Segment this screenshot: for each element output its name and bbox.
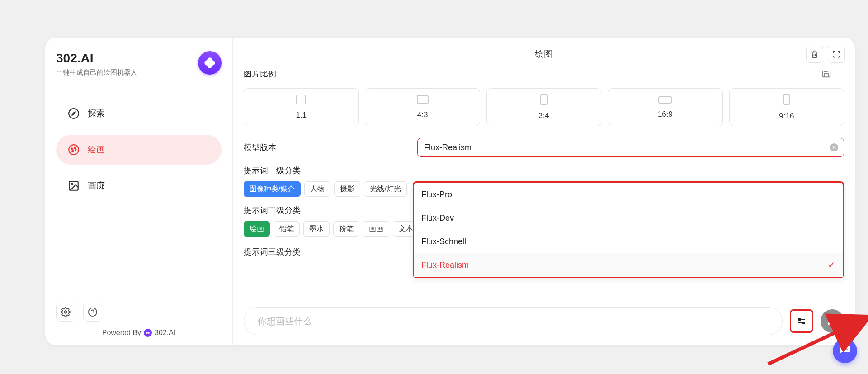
aspect-ratio-label: 图片比例: [244, 71, 844, 79]
nav-item-draw[interactable]: 绘画: [56, 135, 222, 165]
help-button[interactable]: [83, 303, 102, 322]
composer: [244, 307, 844, 335]
send-button[interactable]: [821, 309, 844, 333]
svg-point-16: [148, 332, 150, 334]
delete-button[interactable]: [806, 46, 823, 63]
expand-icon: [832, 50, 840, 58]
scroll-area[interactable]: 图片比例 1:1 4:3 3:4 16:9 9:16 模型版本 Flux-Rea…: [233, 71, 855, 345]
ratio-4-3[interactable]: 4:3: [365, 88, 480, 126]
svg-point-6: [69, 145, 79, 155]
ratio-shape-icon: [658, 96, 672, 104]
svg-rect-19: [799, 318, 801, 320]
prompt-input-wrapper: [244, 307, 783, 335]
nav-item-explore[interactable]: 探索: [56, 99, 222, 128]
chip-pencil[interactable]: 铅笔: [274, 221, 300, 237]
save-icon: [821, 71, 831, 78]
dropdown-item-flux-dev[interactable]: Flux-Dev: [414, 206, 843, 230]
chat-fab[interactable]: [833, 339, 857, 363]
check-icon: ✓: [828, 260, 835, 270]
ratio-shape-icon: [783, 94, 790, 105]
sidebar-footer: Powered By 302.AI: [56, 303, 222, 337]
chip-photography[interactable]: 摄影: [334, 181, 360, 197]
svg-marker-5: [72, 112, 76, 116]
nav-item-label: 画廊: [88, 180, 105, 192]
app-window: 302.AI 一键生成自己的绘图机器人 探索 绘画 画廊: [45, 38, 855, 345]
ratio-1-1[interactable]: 1:1: [244, 88, 359, 126]
save-button[interactable]: [821, 71, 831, 80]
nav: 探索 绘画 画廊: [56, 99, 222, 201]
chip-drawing[interactable]: 画画: [363, 221, 389, 237]
ratio-shape-icon: [540, 94, 548, 105]
ratio-shape-icon: [296, 95, 306, 104]
page-title: 绘图: [535, 48, 553, 60]
help-icon: [88, 307, 98, 317]
chip-ink[interactable]: 墨水: [303, 221, 330, 237]
svg-point-15: [146, 332, 148, 334]
sidebar: 302.AI 一键生成自己的绘图机器人 探索 绘画 画廊: [45, 38, 233, 345]
aspect-ratio-row: 1:1 4:3 3:4 16:9 9:16: [244, 88, 844, 126]
nav-item-gallery[interactable]: 画廊: [56, 171, 222, 201]
ratio-9-16[interactable]: 9:16: [729, 88, 844, 126]
main: 绘图 图片比例 1:1 4:3 3:4 16:9: [233, 38, 855, 345]
ratio-shape-icon: [417, 95, 429, 104]
sliders-icon: [796, 316, 807, 327]
composer-settings-button[interactable]: [790, 309, 813, 333]
svg-point-4: [69, 109, 79, 118]
svg-point-9: [72, 151, 73, 152]
dropdown-item-flux-pro[interactable]: Flux-Pro: [414, 183, 843, 206]
brand-title: 302.AI: [56, 51, 137, 66]
svg-point-8: [75, 147, 76, 149]
close-icon: ✕: [832, 144, 836, 151]
model-version-select[interactable]: Flux-Realism ✕: [417, 138, 844, 157]
powered-by: Powered By 302.AI: [102, 329, 176, 337]
prompt-input[interactable]: [258, 316, 769, 327]
chip-lighting[interactable]: 光线/灯光: [364, 181, 406, 197]
category-1-label: 提示词一级分类: [244, 165, 844, 176]
model-version-label: 模型版本: [244, 142, 406, 153]
fullscreen-button[interactable]: [828, 46, 845, 63]
svg-point-2: [208, 58, 212, 62]
trash-icon: [811, 50, 819, 58]
chip-painting[interactable]: 绘画: [244, 221, 270, 237]
svg-point-23: [844, 349, 846, 351]
svg-point-3: [208, 63, 212, 67]
brand-logo-icon: [198, 51, 222, 75]
brand-subtitle: 一键生成自己的绘图机器人: [56, 68, 137, 77]
svg-rect-20: [802, 322, 804, 324]
ratio-3-4[interactable]: 3:4: [486, 88, 601, 126]
ratio-16-9[interactable]: 16:9: [608, 88, 722, 126]
clear-select-button[interactable]: ✕: [830, 143, 838, 151]
dropdown-item-flux-schnell[interactable]: Flux-Schnell: [414, 230, 843, 253]
dropdown-item-flux-realism[interactable]: Flux-Realism✓: [414, 253, 843, 277]
brand-row: 302.AI 一键生成自己的绘图机器人: [56, 51, 222, 77]
svg-point-7: [71, 148, 72, 149]
svg-point-24: [846, 349, 848, 351]
settings-gear-button[interactable]: [56, 303, 75, 322]
model-dropdown: Flux-Pro Flux-Dev Flux-Schnell Flux-Real…: [413, 181, 844, 278]
send-icon: [827, 316, 838, 327]
model-version-value: Flux-Realism: [424, 143, 472, 152]
svg-point-22: [842, 349, 844, 351]
chip-chalk[interactable]: 粉笔: [333, 221, 359, 237]
nav-item-label: 探索: [88, 108, 105, 119]
svg-point-11: [71, 184, 73, 185]
main-header: 绘图: [233, 38, 855, 71]
chip-image-type[interactable]: 图像种类/媒介: [244, 181, 301, 197]
chat-icon: [839, 345, 851, 357]
gear-icon: [61, 307, 71, 317]
nav-item-label: 绘画: [88, 144, 105, 156]
svg-point-12: [64, 311, 67, 313]
powered-logo-icon: [144, 329, 152, 337]
chip-person[interactable]: 人物: [304, 181, 330, 197]
